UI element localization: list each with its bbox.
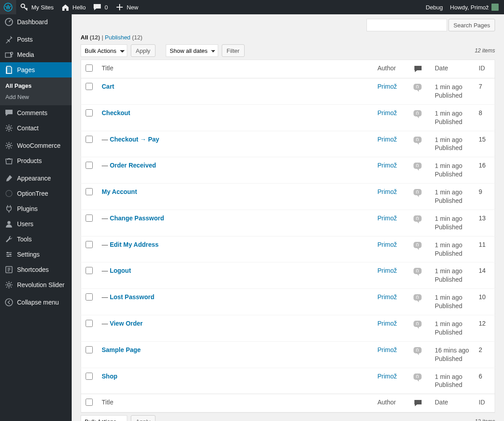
page-title-link[interactable]: Shop [102,373,117,380]
sidebar-item-label: Media [17,51,34,58]
page-title-link[interactable]: Checkout [102,109,130,116]
sidebar-item-tools[interactable]: Tools [0,232,72,247]
comment-count-bubble[interactable]: 0 [414,189,422,195]
author-link[interactable]: Primož [378,136,397,143]
sidebar-item-users[interactable]: Users [0,216,72,232]
select-all-top[interactable] [86,64,93,72]
sidebar-item-plugins[interactable]: Plugins [0,201,72,216]
comments-link[interactable]: 0 [89,0,111,14]
account-link[interactable]: Howdy, Primož [447,0,502,14]
sidebar-item-appearance[interactable]: Appearance [0,171,72,186]
page-title-link[interactable]: Lost Password [110,293,155,301]
row-checkbox[interactable] [86,215,93,222]
author-link[interactable]: Primož [378,83,397,90]
author-link[interactable]: Primož [378,162,397,169]
sidebar-item-posts[interactable]: Posts [0,32,72,47]
col-author[interactable]: Author [373,60,409,78]
my-sites-link[interactable]: My Sites [16,0,57,14]
sidebar-item-optiontree[interactable]: OptionTree [0,186,72,201]
sidebar-item-dashboard[interactable]: Dashboard [0,14,72,30]
author-link[interactable]: Primož [378,267,397,274]
sidebar-item-shortcodes[interactable]: Shortcodes [0,262,72,277]
author-link[interactable]: Primož [378,188,397,195]
optiontree-icon [4,189,13,198]
row-checkbox[interactable] [86,162,93,169]
apply-button-top[interactable]: Apply [131,44,155,57]
media-icon [4,50,13,59]
new-content-link[interactable]: New [112,0,142,14]
comment-count-bubble[interactable]: 0 [414,84,422,90]
sidebar-item-revolution-slider[interactable]: Revolution Slider [0,277,72,292]
page-title-link[interactable]: Cart [102,83,114,90]
page-title-link[interactable]: Edit My Address [110,241,159,248]
author-link[interactable]: Primož [378,320,397,327]
wp-logo[interactable] [0,0,16,14]
debug-link[interactable]: Debug [422,0,446,14]
comment-count-bubble[interactable]: 0 [414,268,422,274]
author-link[interactable]: Primož [378,293,397,301]
page-title-link[interactable]: My Account [102,188,137,195]
comment-count-bubble[interactable]: 0 [414,347,422,353]
search-button[interactable]: Search Pages [448,19,495,31]
author-link[interactable]: Primož [378,373,397,380]
sidebar-item-settings[interactable]: Settings [0,247,72,262]
row-checkbox[interactable] [86,346,93,353]
page-title-link[interactable]: Order Received [110,162,156,169]
row-checkbox[interactable] [86,109,93,116]
sidebar-item-woocommerce[interactable]: WooCommerce [0,138,72,153]
author-link[interactable]: Primož [378,346,397,353]
row-checkbox[interactable] [86,188,93,195]
comment-count-bubble[interactable]: 0 [414,294,422,301]
col-date-foot[interactable]: Date [431,394,474,412]
filter-published[interactable]: Published (12) [105,34,142,41]
select-all-bottom[interactable] [86,399,93,406]
col-id[interactable]: ID [474,60,495,78]
col-title[interactable]: Title [97,60,373,78]
sidebar-item-comments[interactable]: Comments [0,105,72,120]
row-checkbox[interactable] [86,83,93,90]
comment-count-bubble[interactable]: 0 [414,321,422,327]
comment-count-bubble[interactable]: 0 [414,242,422,248]
col-author-foot[interactable]: Author [373,394,409,412]
search-input[interactable] [366,19,447,31]
comment-count-bubble[interactable]: 0 [414,110,422,116]
submenu-item-add-new[interactable]: Add New [0,91,72,103]
col-title-foot[interactable]: Title [97,394,373,412]
author-link[interactable]: Primož [378,215,397,222]
filter-button[interactable]: Filter [222,44,245,57]
page-title-link[interactable]: Sample Page [102,346,141,353]
author-link[interactable]: Primož [378,109,397,116]
sidebar-item-label: Users [17,220,34,228]
collapse-menu[interactable]: Collapse menu [0,295,72,310]
col-comments[interactable] [409,60,431,78]
sidebar-item-pages[interactable]: Pages [0,62,72,77]
sidebar-item-media[interactable]: Media [0,47,72,62]
author-link[interactable]: Primož [378,241,397,248]
comment-count-bubble[interactable]: 0 [414,374,422,380]
row-checkbox[interactable] [86,241,93,248]
col-id-foot[interactable]: ID [474,394,495,412]
site-name-link[interactable]: Hello [57,0,90,14]
sidebar-item-contact[interactable]: Contact [0,120,72,136]
comment-count-bubble[interactable]: 0 [414,163,422,169]
page-title-link[interactable]: Change Password [110,215,164,222]
filter-all[interactable]: All (12) [81,34,100,41]
comment-count-bubble[interactable]: 0 [414,215,422,222]
row-checkbox[interactable] [86,136,93,143]
bulk-action-select-bottom[interactable]: Bulk Actions [81,415,127,421]
col-date[interactable]: Date [431,60,474,78]
page-title-link[interactable]: Checkout → Pay [110,136,159,143]
bulk-action-select-top[interactable]: Bulk Actions [81,44,127,57]
sidebar-item-products[interactable]: Products [0,153,72,168]
row-checkbox[interactable] [86,320,93,327]
page-title-link[interactable]: Logout [110,267,131,274]
date-filter-select[interactable]: Show all dates [166,44,218,57]
row-checkbox[interactable] [86,373,93,380]
col-comments-foot[interactable] [409,394,431,412]
row-checkbox[interactable] [86,267,93,274]
page-title-link[interactable]: View Order [110,320,143,327]
apply-button-bottom[interactable]: Apply [131,415,155,421]
submenu-item-all-pages[interactable]: All Pages [0,80,72,91]
comment-count-bubble[interactable]: 0 [414,137,422,143]
row-checkbox[interactable] [86,293,93,301]
